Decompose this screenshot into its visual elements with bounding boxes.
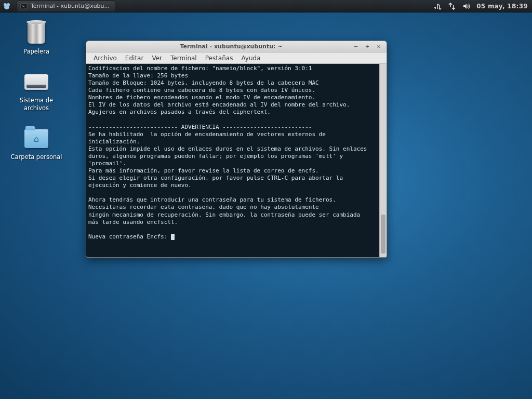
desktop-icon-label: Carpeta personal [10,153,62,161]
window-title: Terminal - xubuntu@xubuntu: ~ [114,43,348,50]
menu-view[interactable]: Ver [148,54,166,63]
window-close-button[interactable]: × [375,43,382,50]
desktop-icon-label: Papelera [23,48,49,55]
trash-icon [28,23,45,44]
folder-home-icon: ⌂ [24,129,48,148]
terminal-scrollbar[interactable] [379,64,387,257]
scrollbar-thumb[interactable] [381,215,385,253]
desktop-icon-trash[interactable]: Papelera [10,21,62,55]
svg-point-2 [4,5,9,9]
window-maximize-button[interactable]: + [364,43,371,50]
terminal-window: Terminal - xubuntu@xubuntu: ~ − + × Arch… [86,41,387,258]
terminal-icon: >_ [20,3,28,10]
desktop-icon-label: Sistema de archivos [10,97,62,112]
svg-text:>_: >_ [22,4,27,8]
menu-help[interactable]: Ayuda [237,54,264,63]
taskbar-item-terminal[interactable]: >_ Terminal - xubuntu@xubu... [17,1,115,12]
menu-file[interactable]: Archivo [89,54,121,63]
volume-icon[interactable] [462,2,471,11]
updates-icon[interactable] [447,2,457,11]
terminal-cursor [171,234,175,240]
taskbar-item-label: Terminal - xubuntu@xubu... [31,3,110,9]
desktop-icon-home[interactable]: ⌂ Carpeta personal [10,126,62,161]
applications-menu-button[interactable] [0,0,14,12]
menubar: Archivo Editar Ver Terminal Pestañas Ayu… [86,52,387,64]
window-titlebar[interactable]: Terminal - xubuntu@xubuntu: ~ − + × [86,41,387,52]
menu-tabs[interactable]: Pestañas [201,54,237,63]
menu-terminal[interactable]: Terminal [166,54,201,63]
desktop-icons: Papelera Sistema de archivos ⌂ Carpeta p… [10,21,62,161]
network-icon[interactable] [433,2,442,11]
top-panel: >_ Terminal - xubuntu@xubu... 05 may, 18… [0,0,532,12]
drive-icon [24,74,48,90]
clock[interactable]: 05 may, 18:39 [476,3,528,10]
window-minimize-button[interactable]: − [352,43,360,50]
xfce-mouse-icon [2,2,11,11]
desktop-icon-filesystem[interactable]: Sistema de archivos [10,70,62,112]
terminal-output[interactable]: Codificacion del nombre de fichero: "nam… [86,64,379,257]
menu-edit[interactable]: Editar [121,54,148,63]
